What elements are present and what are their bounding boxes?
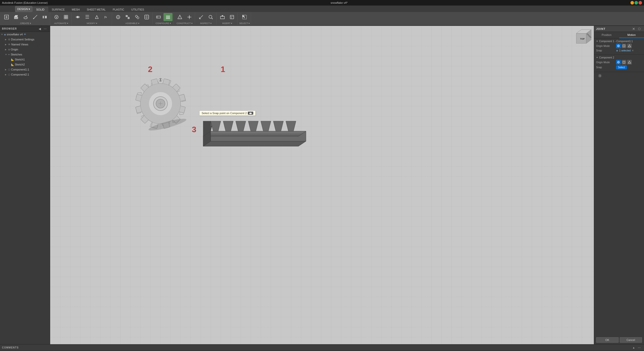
snap-select-btn-2[interactable]: Select <box>616 65 627 69</box>
extrude-btn[interactable] <box>12 13 21 21</box>
minimize-button[interactable] <box>630 1 634 5</box>
nav-cube[interactable]: TOP FRONT <box>571 28 591 48</box>
svg-point-120 <box>618 46 619 46</box>
viewport[interactable]: TOP FRONT <box>50 26 594 344</box>
joint-expand-btn[interactable]: ⬡ <box>636 26 642 32</box>
browser-item-component2[interactable]: ▶ ⬡ Component2:1 <box>0 72 50 77</box>
origin-mode-btn1-active2[interactable] <box>616 60 621 64</box>
sketch-btn[interactable] <box>31 13 40 21</box>
browser-collapse-btn[interactable]: ◀ <box>37 26 42 32</box>
file-name: snowflake v4* <box>48 1 630 4</box>
inspect-btn1[interactable] <box>197 13 206 21</box>
browser-item-component1[interactable]: ▶ ⬡ Component1:1 <box>0 67 50 72</box>
browser-menu-btn[interactable]: ⋯ <box>42 26 48 32</box>
comp1-label: Component1:1 <box>11 68 29 71</box>
inspect-btn2[interactable] <box>206 13 215 21</box>
browser-header: BROWSER ◀ ⋯ <box>0 26 50 32</box>
origin-mode-btn3-1[interactable] <box>627 44 632 48</box>
insert-btn1[interactable] <box>218 13 227 21</box>
origin-mode-btn2-1[interactable] <box>622 44 626 48</box>
assemble-btn4[interactable] <box>142 13 151 21</box>
sketch1-icon: 📐 <box>11 58 14 61</box>
tab-motion[interactable]: Motion <box>619 32 644 38</box>
snap-label-1: Snap <box>596 49 616 52</box>
configure-label: CONFIGURE ▾ <box>155 22 171 25</box>
doc-settings-label: Document Settings <box>11 38 34 41</box>
comments-menu-btn[interactable]: ⋯ <box>636 345 642 350</box>
tab-solid[interactable]: SOLID <box>32 7 48 12</box>
modify-btn1[interactable] <box>73 13 82 21</box>
named-views-label: Named Views <box>11 43 28 46</box>
browser-item-sketch1[interactable]: 📐 Sketch1 <box>0 57 50 62</box>
assemble-btn3[interactable] <box>133 13 142 21</box>
tab-sheet-metal[interactable]: SHEET METAL <box>83 7 109 12</box>
browser-item-named-views[interactable]: ▶ 👁 Named Views <box>0 42 50 47</box>
automate-btn2[interactable] <box>61 13 70 21</box>
modify-btn2[interactable] <box>83 13 92 21</box>
modify-btn3[interactable] <box>92 13 101 21</box>
svg-rect-26 <box>128 17 129 19</box>
create-new-btn[interactable] <box>2 13 11 21</box>
assemble-btn2[interactable] <box>123 13 132 21</box>
svg-text:f×: f× <box>104 16 107 19</box>
joint-close-btn[interactable]: ✕ <box>631 26 636 32</box>
maximize-button[interactable] <box>634 1 638 5</box>
formula-btn[interactable]: f× <box>102 13 111 21</box>
browser-item-root[interactable]: ▼ ◈ snowflake v4 👁 <box>0 32 50 37</box>
origin-label: Origin <box>11 48 18 51</box>
browser-item-sketches[interactable]: ▼ ✏ Sketches <box>0 52 50 57</box>
revolve-btn[interactable] <box>21 13 30 21</box>
origin-mode-row-1: Origin Mode <box>596 44 642 48</box>
origin-mode-value-1 <box>616 44 642 48</box>
tab-utilities[interactable]: UTILITIES <box>128 7 147 12</box>
automate-btn1[interactable] <box>52 13 61 21</box>
select-btn[interactable] <box>240 13 249 21</box>
snap-icon-1: ⊕ <box>616 49 618 52</box>
svg-marker-126 <box>628 61 631 63</box>
tab-position[interactable]: Position <box>594 32 619 38</box>
configure-btn1[interactable] <box>154 13 163 21</box>
insert-btn2[interactable] <box>227 13 236 21</box>
construct-label: CONSTRUCT ▾ <box>177 22 193 25</box>
construct-btn2[interactable] <box>185 13 194 21</box>
modify-label: MODIFY ▾ <box>87 22 97 25</box>
mirror-btn[interactable] <box>40 13 49 21</box>
close-button[interactable] <box>638 1 642 5</box>
snap-remove-1[interactable]: ✕ <box>632 49 634 52</box>
cancel-button[interactable]: Cancel <box>620 337 642 343</box>
browser-item-doc-settings[interactable]: ▶ ⚙ Document Settings <box>0 37 50 42</box>
svg-rect-25 <box>126 15 127 17</box>
root-icon: ◈ <box>4 33 6 36</box>
tab-plastic[interactable]: PLASTIC <box>109 7 128 12</box>
design-dropdown[interactable]: DESIGN ▾ <box>15 6 32 12</box>
comments-expand-btn[interactable]: ▲ <box>631 345 636 350</box>
origin-mode-btn1-active[interactable] <box>616 44 621 48</box>
assemble-btn1[interactable] <box>114 13 123 21</box>
browser-item-origin[interactable]: ▶ ⊕ Origin <box>0 47 50 52</box>
svg-marker-107 <box>286 121 296 131</box>
inspect-label: INSPECT ▾ <box>200 22 212 25</box>
assemble-group: ASSEMBLE ▾ <box>113 13 152 25</box>
toolbar-area: DESIGN ▾ SOLID SURFACE MESH SHEET METAL … <box>0 6 644 26</box>
tab-mesh[interactable]: MESH <box>68 7 83 12</box>
svg-line-44 <box>199 15 203 19</box>
browser-item-sketch2[interactable]: 📐 Sketch2 <box>0 62 50 67</box>
snap-tooltip-text: Select a Snap point on Component 2 <box>202 112 247 115</box>
origin-mode-btn3-2[interactable] <box>627 60 632 64</box>
automate-label: AUTOMATE ▾ <box>54 22 68 25</box>
joint-tabs: Position Motion <box>594 32 644 38</box>
svg-marker-20 <box>95 16 98 19</box>
configure-group: CONFIGURE ▾ <box>153 13 174 25</box>
origin-mode-btn2-2[interactable] <box>622 60 626 64</box>
assemble-label: ASSEMBLE ▾ <box>125 22 139 25</box>
app-title: Autodesk Fusion (Education License) <box>2 1 48 4</box>
svg-text:TOP: TOP <box>580 38 585 40</box>
svg-marker-50 <box>221 15 224 16</box>
joint-title: JOINT <box>596 27 631 30</box>
snap-row-2: Snap Select <box>596 65 642 69</box>
ok-button[interactable]: OK <box>596 337 619 343</box>
construct-btn1[interactable] <box>175 13 184 21</box>
tab-surface[interactable]: SURFACE <box>48 7 68 12</box>
snap-tooltip: Select a Snap point on Component 2 ◀▶ <box>199 111 256 116</box>
configure-btn2[interactable] <box>164 13 173 21</box>
